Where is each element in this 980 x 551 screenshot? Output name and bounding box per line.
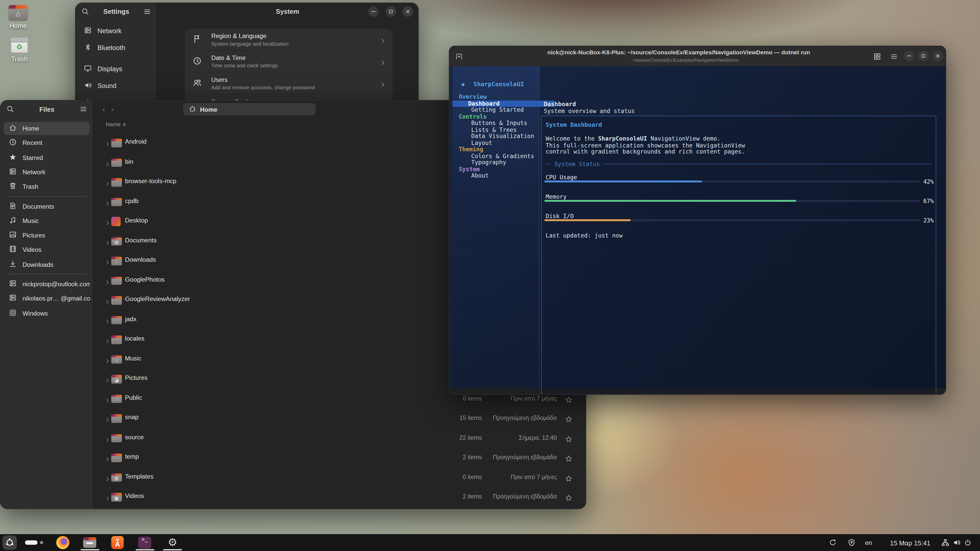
column-header-name[interactable]: Name ∧	[106, 121, 126, 127]
sidebar-item-label: Home	[22, 125, 39, 132]
sidebar-item-videos[interactable]: Videos	[4, 243, 90, 256]
sidebar-item-music[interactable]: Music	[4, 214, 90, 227]
sidebar-item-home[interactable]: Home	[4, 122, 90, 135]
breadcrumb[interactable]: Home	[183, 103, 316, 116]
chevron-expand-icon[interactable]	[104, 296, 110, 307]
files-launcher[interactable]	[83, 534, 96, 551]
maximize-button[interactable]	[385, 6, 396, 17]
terminal-launcher[interactable]: >_	[138, 534, 151, 551]
file-name: Documents	[125, 237, 157, 243]
chevron-expand-icon[interactable]	[104, 454, 110, 465]
star-outline-icon[interactable]	[565, 493, 573, 504]
sidebar-item-sound[interactable]: Sound	[79, 78, 154, 93]
chevron-expand-icon[interactable]	[104, 178, 110, 189]
chevron-expand-icon[interactable]	[104, 257, 110, 268]
chevron-expand-icon[interactable]	[104, 493, 110, 504]
settings-row-region-language[interactable]: Region & LanguageSystem language and loc…	[185, 29, 393, 51]
sidebar-item-network[interactable]: Network	[4, 165, 90, 179]
volume-icon[interactable]	[953, 534, 961, 551]
file-row-temp[interactable]: temp2 itemsΠροηγούμενη εβδομάδα	[93, 448, 586, 468]
forward-button[interactable]: ›	[108, 104, 117, 114]
file-row-videos[interactable]: ▦Videos2 itemsΠροηγούμενη εβδομάδα	[93, 487, 586, 507]
settings-launcher[interactable]: ⚙	[165, 534, 180, 551]
chevron-expand-icon[interactable]	[104, 375, 110, 386]
star-outline-icon[interactable]	[565, 454, 573, 465]
chevron-expand-icon[interactable]	[104, 395, 110, 406]
nav-group-theming[interactable]: Theming	[452, 146, 545, 153]
sidebar-item-windows[interactable]: Windows	[4, 306, 90, 319]
desktop-icon-trash[interactable]: ♻Trash	[1, 36, 38, 62]
settings-headerbar[interactable]: System	[157, 3, 418, 19]
firefox-launcher[interactable]	[56, 534, 69, 551]
workspace-indicator[interactable]	[25, 534, 38, 551]
workspace-dot[interactable]	[40, 534, 43, 551]
terminal-headerbar[interactable]: nick@nick-NucBox-K8-Plus: ~/source/Conso…	[449, 46, 945, 66]
tab-overview-icon[interactable]	[873, 52, 881, 63]
sidebar-item-bluetooth[interactable]: Bluetooth	[79, 40, 154, 55]
chevron-expand-icon[interactable]	[104, 335, 110, 347]
maximize-button[interactable]	[918, 51, 929, 61]
chevron-expand-icon[interactable]	[104, 316, 110, 327]
chevron-expand-icon[interactable]	[104, 139, 110, 150]
settings-row-date-time[interactable]: Date & TimeTime zone and clock settings	[185, 51, 393, 73]
power-icon[interactable]	[964, 534, 972, 551]
sidebar-item-displays[interactable]: Displays	[79, 61, 154, 76]
sidebar-item-pictures[interactable]: Pictures	[4, 229, 90, 242]
nav-group-system[interactable]: System	[452, 166, 545, 172]
file-row-source[interactable]: source22 itemsΣήμερα, 12:40	[93, 428, 586, 448]
app-store-launcher[interactable]: ∪A	[111, 534, 124, 551]
sidebar-item-nikolaos-pr-gmail-com[interactable]: nikolaos.pr… @gmail.com	[4, 292, 90, 305]
sidebar-item-trash[interactable]: Trash	[4, 180, 90, 193]
language-indicator[interactable]: en	[865, 534, 872, 551]
menu-icon[interactable]	[890, 52, 898, 63]
chevron-expand-icon[interactable]	[104, 414, 110, 426]
chevron-expand-icon[interactable]	[104, 434, 110, 445]
network-icon[interactable]	[941, 534, 950, 551]
star-outline-icon[interactable]	[565, 473, 573, 484]
star-outline-icon[interactable]	[565, 414, 573, 426]
sidebar-item-starred[interactable]: Starred	[4, 151, 90, 164]
chevron-expand-icon[interactable]	[104, 276, 110, 288]
sidebar-item-nickprotop-outlook-com[interactable]: nickprotop@outlook.com	[4, 277, 90, 290]
close-button[interactable]	[402, 6, 413, 17]
star-outline-icon[interactable]	[565, 434, 573, 445]
server-icon	[4, 167, 22, 177]
nav-item-dashboard[interactable]: Dashboard	[452, 100, 554, 107]
star-outline-icon[interactable]	[565, 395, 573, 406]
refresh-icon[interactable]	[829, 534, 837, 551]
nav-group-overview[interactable]: Overview	[452, 94, 545, 100]
settings-sidebar-header[interactable]: Settings	[76, 3, 157, 19]
minimize-button[interactable]	[904, 51, 915, 61]
menu-icon[interactable]	[80, 104, 88, 116]
sidebar-item-downloads[interactable]: Downloads	[4, 258, 90, 271]
folder-icon: ∴	[111, 395, 122, 403]
download-icon	[4, 260, 22, 269]
settings-row-users[interactable]: UsersAdd and remove accounts, change pas…	[185, 73, 393, 94]
nav-item-getting-started[interactable]: Getting Started	[452, 107, 557, 114]
chevron-expand-icon[interactable]	[104, 473, 110, 484]
chevron-expand-icon[interactable]	[104, 198, 110, 209]
desktop-icon-home[interactable]: ⌂Home	[0, 5, 36, 30]
nav-group-controls[interactable]: Controls	[452, 113, 545, 120]
back-button[interactable]: ‹	[99, 104, 108, 114]
file-row-snap[interactable]: snap15 itemsΠροηγούμενη εβδομάδα	[93, 409, 586, 428]
chevron-expand-icon[interactable]	[104, 355, 110, 366]
sidebar-item-recent[interactable]: Recent	[4, 137, 90, 149]
chevron-expand-icon[interactable]	[104, 237, 110, 248]
sidebar-item-documents[interactable]: Documents	[4, 200, 90, 213]
chevron-expand-icon[interactable]	[104, 159, 110, 170]
chevron-expand-icon[interactable]	[104, 218, 110, 229]
close-button[interactable]	[932, 51, 943, 61]
app-store-icon: ∪A	[111, 536, 124, 549]
sidebar-item-network[interactable]: Network	[79, 23, 154, 38]
ubuntu-launcher[interactable]	[3, 534, 17, 551]
files-sidebar-header[interactable]: Files	[0, 100, 93, 118]
new-tab-icon[interactable]	[455, 52, 463, 63]
minimize-button[interactable]	[368, 6, 379, 17]
menu-icon[interactable]	[143, 7, 151, 18]
clock[interactable]: 15 Μαρ 15:41	[890, 534, 930, 551]
folder-icon	[111, 276, 122, 285]
updater-shield-icon[interactable]	[848, 534, 856, 551]
file-row-templates[interactable]: ▥Templates0 itemsΠριν από 7 μήνες	[93, 468, 586, 487]
sidebar-divider	[7, 274, 87, 274]
